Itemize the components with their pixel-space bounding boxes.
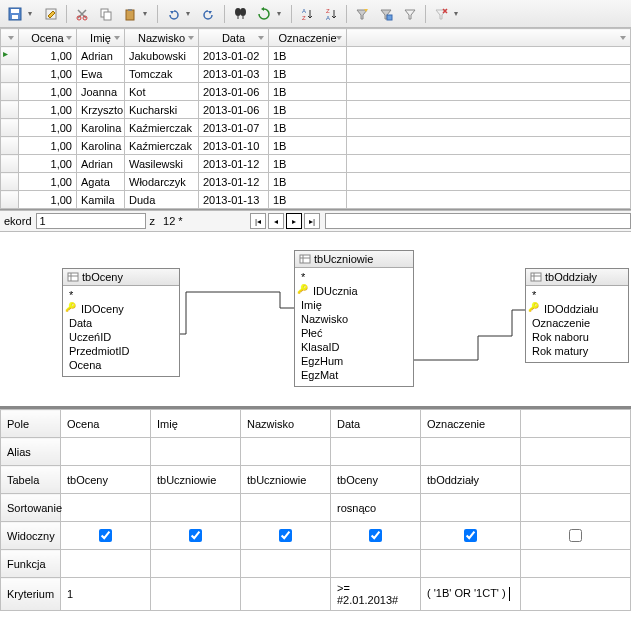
er-field[interactable]: IDOddziału bbox=[532, 302, 622, 316]
table-row[interactable]: 1,00KarolinaKaźmierczak2013-01-101B bbox=[1, 137, 631, 155]
refresh-icon[interactable] bbox=[253, 3, 275, 25]
er-field[interactable]: EgzHum bbox=[301, 354, 407, 368]
design-row-header[interactable]: Widoczny bbox=[1, 522, 61, 550]
design-cell[interactable] bbox=[151, 522, 241, 550]
design-cell[interactable] bbox=[61, 522, 151, 550]
nav-last-icon[interactable]: ▸| bbox=[304, 213, 320, 229]
grid-cell[interactable]: 1B bbox=[269, 65, 347, 83]
dropdown-icon[interactable]: ▾ bbox=[28, 9, 38, 18]
grid-cell[interactable]: 1B bbox=[269, 191, 347, 209]
redo-icon[interactable] bbox=[198, 3, 220, 25]
design-cell[interactable]: tbUczniowie bbox=[151, 466, 241, 494]
nav-next-icon[interactable]: ▸ bbox=[286, 213, 302, 229]
grid-cell[interactable] bbox=[347, 101, 631, 119]
design-cell[interactable] bbox=[421, 550, 521, 578]
er-table-tbuczniowie[interactable]: tbUczniowie * IDUcznia Imię Nazwisko Płe… bbox=[294, 250, 414, 387]
er-field[interactable]: Imię bbox=[301, 298, 407, 312]
er-field[interactable]: Rok matury bbox=[532, 344, 622, 358]
design-cell[interactable]: Nazwisko bbox=[241, 410, 331, 438]
col-header[interactable]: Imię bbox=[77, 29, 125, 47]
relationship-diagram[interactable]: tbOceny * IDOceny Data UczeńID Przedmiot… bbox=[0, 232, 631, 408]
dropdown-icon[interactable]: ▾ bbox=[186, 9, 196, 18]
grid-cell[interactable]: 1B bbox=[269, 101, 347, 119]
col-header[interactable]: Nazwisko bbox=[125, 29, 199, 47]
table-row[interactable]: 1,00KrzysztoKucharski2013-01-061B bbox=[1, 101, 631, 119]
row-header[interactable] bbox=[1, 173, 19, 191]
design-cell[interactable]: Imię bbox=[151, 410, 241, 438]
row-header[interactable] bbox=[1, 65, 19, 83]
er-field[interactable]: Płeć bbox=[301, 326, 407, 340]
grid-cell[interactable]: Karolina bbox=[77, 119, 125, 137]
grid-cell[interactable]: 2013-01-02 bbox=[199, 47, 269, 65]
grid-cell[interactable]: 2013-01-06 bbox=[199, 83, 269, 101]
grid-cell[interactable]: 1B bbox=[269, 155, 347, 173]
row-header[interactable] bbox=[1, 47, 19, 65]
row-header[interactable] bbox=[1, 83, 19, 101]
er-field[interactable]: EgzMat bbox=[301, 368, 407, 382]
design-cell[interactable] bbox=[331, 550, 421, 578]
design-cell[interactable] bbox=[151, 494, 241, 522]
design-cell[interactable] bbox=[521, 522, 631, 550]
design-cell[interactable] bbox=[521, 494, 631, 522]
er-field[interactable]: Ocena bbox=[69, 358, 173, 372]
er-field[interactable]: KlasaID bbox=[301, 340, 407, 354]
design-cell[interactable] bbox=[61, 550, 151, 578]
grid-cell[interactable] bbox=[347, 65, 631, 83]
grid-cell[interactable]: Włodarczyk bbox=[125, 173, 199, 191]
er-table-tboddzialy[interactable]: tbOddziały * IDOddziału Oznaczenie Rok n… bbox=[525, 268, 629, 363]
dropdown-icon[interactable]: ▾ bbox=[454, 9, 464, 18]
table-row[interactable]: 1,00AgataWłodarczyk2013-01-121B bbox=[1, 173, 631, 191]
design-cell[interactable] bbox=[151, 550, 241, 578]
grid-cell[interactable]: 1,00 bbox=[19, 119, 77, 137]
design-cell[interactable]: tbOceny bbox=[331, 466, 421, 494]
apply-filter-icon[interactable] bbox=[399, 3, 421, 25]
table-row[interactable]: 1,00JoannaKot2013-01-061B bbox=[1, 83, 631, 101]
grid-cell[interactable] bbox=[347, 191, 631, 209]
visible-checkbox[interactable] bbox=[279, 529, 292, 542]
row-header[interactable] bbox=[1, 119, 19, 137]
grid-cell[interactable] bbox=[347, 173, 631, 191]
visible-checkbox[interactable] bbox=[99, 529, 112, 542]
table-row[interactable]: 1,00EwaTomczak2013-01-031B bbox=[1, 65, 631, 83]
design-cell[interactable]: rosnąco bbox=[331, 494, 421, 522]
design-cell[interactable]: Ocena bbox=[61, 410, 151, 438]
grid-cell[interactable]: 2013-01-12 bbox=[199, 155, 269, 173]
design-cell[interactable]: Oznaczenie bbox=[421, 410, 521, 438]
grid-cell[interactable]: 1,00 bbox=[19, 101, 77, 119]
design-cell[interactable] bbox=[61, 438, 151, 466]
save-icon[interactable] bbox=[4, 3, 26, 25]
design-row-header[interactable]: Funkcja bbox=[1, 550, 61, 578]
grid-cell[interactable]: 1,00 bbox=[19, 155, 77, 173]
er-table-tboceny[interactable]: tbOceny * IDOceny Data UczeńID Przedmiot… bbox=[62, 268, 180, 377]
grid-cell[interactable]: 1,00 bbox=[19, 137, 77, 155]
design-cell[interactable]: tbOceny bbox=[61, 466, 151, 494]
grid-cell[interactable]: 2013-01-03 bbox=[199, 65, 269, 83]
grid-cell[interactable]: 1B bbox=[269, 137, 347, 155]
copy-icon[interactable] bbox=[95, 3, 117, 25]
sort-desc-icon[interactable]: ZA bbox=[320, 3, 342, 25]
grid-cell[interactable]: Adrian bbox=[77, 155, 125, 173]
row-header[interactable] bbox=[1, 101, 19, 119]
grid-cell[interactable]: Tomczak bbox=[125, 65, 199, 83]
design-cell[interactable]: tbUczniowie bbox=[241, 466, 331, 494]
undo-icon[interactable] bbox=[162, 3, 184, 25]
design-cell[interactable] bbox=[241, 494, 331, 522]
design-cell[interactable] bbox=[331, 522, 421, 550]
grid-cell[interactable]: Kamila bbox=[77, 191, 125, 209]
grid-cell[interactable]: Kaźmierczak bbox=[125, 137, 199, 155]
col-header[interactable]: Data bbox=[199, 29, 269, 47]
design-cell[interactable]: 1 bbox=[61, 578, 151, 611]
autofilter-icon[interactable] bbox=[351, 3, 373, 25]
visible-checkbox[interactable] bbox=[189, 529, 202, 542]
table-row[interactable]: 1,00KarolinaKaźmierczak2013-01-071B bbox=[1, 119, 631, 137]
grid-cell[interactable]: Krzyszto bbox=[77, 101, 125, 119]
design-cell[interactable] bbox=[521, 578, 631, 611]
record-number-input[interactable] bbox=[36, 213, 146, 229]
standard-filter-icon[interactable] bbox=[375, 3, 397, 25]
grid-cell[interactable]: Adrian bbox=[77, 47, 125, 65]
design-cell[interactable] bbox=[521, 410, 631, 438]
cut-icon[interactable] bbox=[71, 3, 93, 25]
design-row-header[interactable]: Tabela bbox=[1, 466, 61, 494]
grid-cell[interactable]: 1B bbox=[269, 47, 347, 65]
edit-icon[interactable] bbox=[40, 3, 62, 25]
